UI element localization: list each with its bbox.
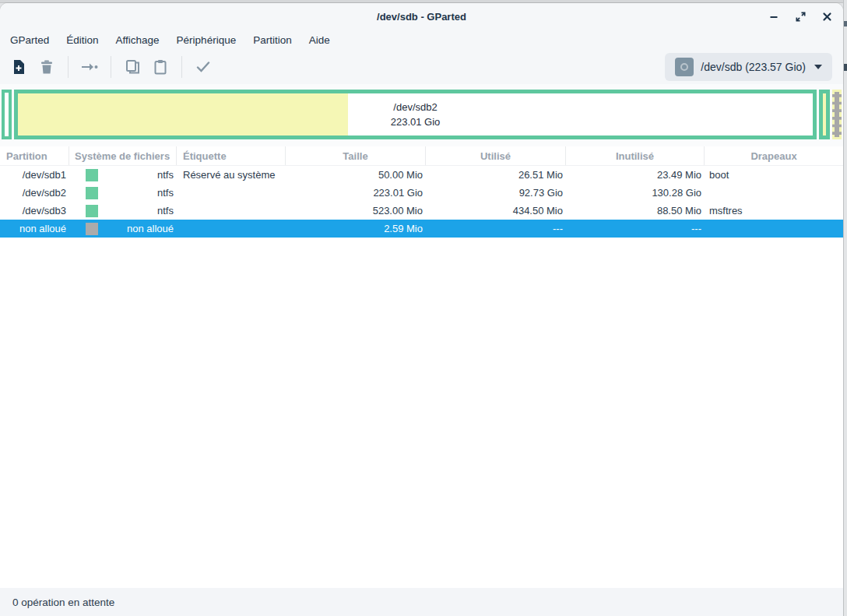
background-window-fragment [844,21,847,26]
menu-item-edition[interactable]: Édition [58,32,107,48]
disk-segment-sdb3[interactable] [819,90,830,139]
filesystem-color-swatch [86,169,98,181]
cell-partition: /dev/sdb3 [0,205,69,216]
filesystem-name: ntfs [157,169,177,181]
close-button[interactable] [820,9,834,23]
cell-filesystem: non alloué [69,220,177,238]
minimize-icon [768,11,779,22]
filesystem-color-swatch [86,187,98,199]
cell-size: 2.59 Mio [286,223,426,234]
background-window-fragment [844,64,847,71]
cell-unused: 130.28 Gio [566,187,705,199]
column-header-label[interactable]: Étiquette [177,146,286,165]
disk-segment-unallocated-selected[interactable] [832,90,842,139]
column-header-used[interactable]: Utilisé [426,146,566,165]
cell-filesystem: ntfs [69,184,177,202]
partition-table-header: Partition Système de fichiers Étiquette … [0,146,843,166]
new-partition-icon [12,59,26,75]
menu-item-gparted[interactable]: GParted [2,32,58,48]
resize-move-button[interactable] [76,54,104,80]
table-row-non-allou-[interactable]: non allouénon alloué2.59 Mio------ [0,220,843,238]
cell-flags: boot [705,169,843,181]
menubar: GPartedÉditionAffichagePériphériqueParti… [0,30,843,50]
device-selector-label: /dev/sdb (223.57 Gio) [701,61,806,73]
cell-used: 92.73 Gio [426,187,566,199]
disk-segment-sdb2[interactable]: /dev/sdb2 223.01 Gio [14,90,817,139]
table-row--dev-sdb2[interactable]: /dev/sdb2ntfs223.01 Gio92.73 Gio130.28 G… [0,184,843,202]
hard-disk-icon [675,58,694,76]
cell-flags: msftres [705,205,843,216]
device-selector[interactable]: /dev/sdb (223.57 Gio) [665,53,832,81]
restore-icon [795,11,807,23]
paste-icon [153,59,167,75]
apply-button[interactable] [189,54,217,80]
restore-button[interactable] [793,9,807,23]
cell-partition: non alloué [0,223,69,234]
filesystem-name: ntfs [157,187,177,199]
toolbar-separator [181,56,182,78]
toolbar-separator [68,56,69,78]
disk-visual-area: /dev/sdb2 223.01 Gio [0,84,843,146]
table-row--dev-sdb1[interactable]: /dev/sdb1ntfsRéservé au système50.00 Mio… [0,166,843,184]
delete-partition-button[interactable] [33,54,61,80]
toolbar: /dev/sdb (223.57 Gio) [0,50,843,84]
minimize-button[interactable] [767,9,781,23]
cell-unused: --- [566,223,705,234]
segment-size: 223.01 Gio [391,114,441,129]
cell-label: Réservé au système [177,169,286,181]
cell-filesystem: ntfs [69,202,177,220]
filesystem-color-swatch [86,205,98,217]
column-header-unused[interactable]: Inutilisé [566,146,705,165]
statusbar: 0 opération en attente [0,588,843,616]
chevron-down-icon [814,65,822,69]
cell-partition: /dev/sdb2 [0,187,69,199]
disk-segment-label: /dev/sdb2 223.01 Gio [18,93,813,136]
cell-partition: /dev/sdb1 [0,169,69,181]
copy-button[interactable] [118,54,146,80]
table-row--dev-sdb3[interactable]: /dev/sdb3ntfs523.00 Mio434.50 Mio88.50 M… [0,202,843,220]
background-window-sliver [843,0,847,616]
partition-table-body: /dev/sdb1ntfsRéservé au système50.00 Mio… [0,166,843,238]
cell-unused: 88.50 Mio [566,205,705,216]
new-partition-button[interactable] [5,54,33,80]
filesystem-color-swatch [86,223,98,235]
filesystem-name: ntfs [157,205,177,216]
window-controls [767,3,834,30]
gparted-window: /dev/sdb - GParted [0,3,843,616]
menu-item-partition[interactable]: Partition [244,32,300,48]
menu-item-aide[interactable]: Aide [300,32,339,48]
disk-bar: /dev/sdb2 223.01 Gio [2,90,842,139]
column-header-size[interactable]: Taille [286,146,426,165]
menu-item-peripherique[interactable]: Périphérique [168,32,245,48]
close-icon [822,12,832,22]
cell-used: 434.50 Mio [426,205,566,216]
filesystem-name: non alloué [127,223,177,234]
window-title: /dev/sdb - GParted [377,11,466,23]
segment-name: /dev/sdb2 [393,100,437,114]
copy-icon [125,59,140,75]
menu-item-affichage[interactable]: Affichage [107,32,168,48]
trash-icon [40,59,54,75]
toolbar-separator [111,56,111,78]
paste-button[interactable] [146,54,174,80]
pending-operations-text: 0 opération en attente [12,597,114,608]
titlebar[interactable]: /dev/sdb - GParted [0,3,843,30]
cell-size: 50.00 Mio [286,169,426,181]
table-empty-area [0,238,843,588]
cell-used: 26.51 Mio [426,169,566,181]
resize-move-icon [81,62,98,72]
cell-size: 223.01 Gio [286,187,426,199]
disk-segment-sdb1[interactable] [2,90,12,139]
cell-used: --- [426,223,566,234]
column-header-filesystem[interactable]: Système de fichiers [69,146,177,165]
cell-unused: 23.49 Mio [566,169,705,181]
cell-size: 523.00 Mio [286,205,426,216]
column-header-flags[interactable]: Drapeaux [705,146,843,165]
checkmark-icon [196,61,210,73]
column-header-partition[interactable]: Partition [0,146,69,165]
cell-filesystem: ntfs [69,166,177,184]
